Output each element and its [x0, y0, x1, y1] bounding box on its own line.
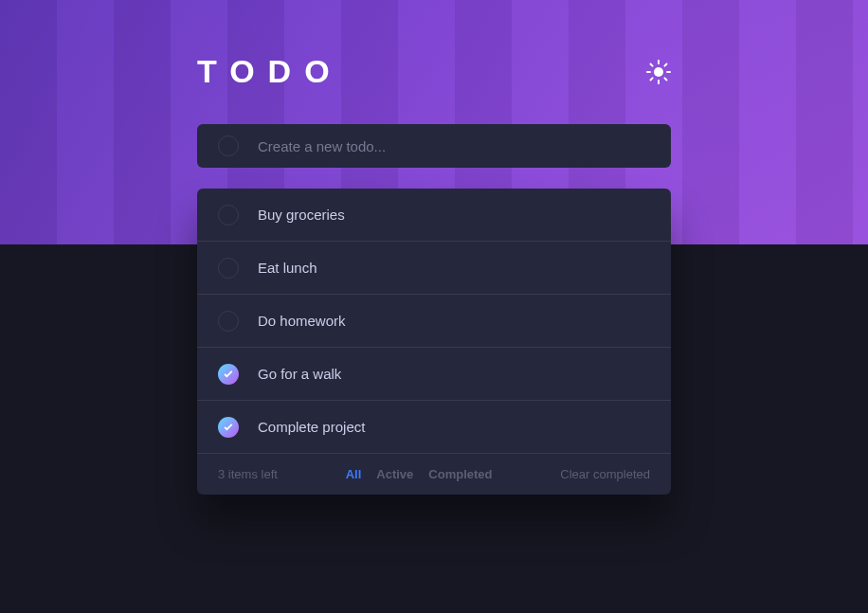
- svg-line-8: [664, 63, 666, 65]
- todo-item[interactable]: Eat lunch: [197, 242, 671, 295]
- new-todo-checkbox[interactable]: [218, 135, 239, 156]
- check-icon: [224, 370, 233, 378]
- svg-line-7: [651, 78, 653, 80]
- todo-item[interactable]: Do homework: [197, 295, 671, 348]
- todo-item[interactable]: Complete project: [197, 401, 671, 454]
- filter-group: All Active Completed: [346, 467, 493, 481]
- todo-item[interactable]: Go for a walk: [197, 348, 671, 401]
- todo-checkbox[interactable]: [218, 311, 239, 332]
- items-left-count: 3 items left: [218, 467, 278, 481]
- check-icon: [224, 424, 233, 431]
- theme-toggle-button[interactable]: [646, 60, 671, 84]
- list-footer: 3 items left All Active Completed Clear …: [197, 454, 671, 495]
- clear-completed-button[interactable]: Clear completed: [560, 467, 650, 481]
- todo-checkbox-checked[interactable]: [218, 417, 239, 438]
- todo-list: Buy groceries Eat lunch Do homework Go f…: [197, 189, 671, 495]
- filter-active[interactable]: Active: [376, 467, 413, 481]
- app-title: TODO: [197, 53, 343, 90]
- svg-line-6: [664, 78, 666, 80]
- todo-text: Complete project: [258, 419, 650, 435]
- todo-item[interactable]: Buy groceries: [197, 189, 671, 242]
- todo-text: Buy groceries: [258, 207, 650, 223]
- todo-text: Do homework: [258, 313, 650, 329]
- new-todo-input[interactable]: [258, 138, 650, 154]
- svg-point-0: [654, 67, 663, 77]
- todo-text: Go for a walk: [258, 366, 650, 382]
- header: TODO: [197, 53, 671, 90]
- new-todo-card: [197, 124, 671, 168]
- todo-checkbox[interactable]: [218, 258, 239, 279]
- filter-completed[interactable]: Completed: [428, 467, 492, 481]
- todo-text: Eat lunch: [258, 260, 650, 276]
- sun-icon: [646, 60, 671, 84]
- filter-all[interactable]: All: [346, 467, 362, 481]
- svg-line-5: [651, 63, 653, 65]
- todo-checkbox-checked[interactable]: [218, 364, 239, 385]
- todo-checkbox[interactable]: [218, 205, 239, 225]
